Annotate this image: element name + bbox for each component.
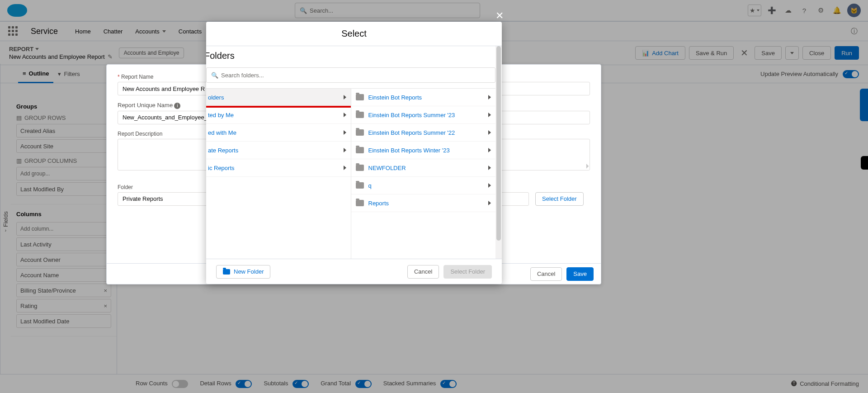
modal-title: Select (206, 22, 502, 46)
folder-item-label: Einstein Bot Reports Winter '23 (368, 147, 450, 154)
save-dialog-cancel-button[interactable]: Cancel (530, 267, 562, 281)
folder-item[interactable]: Reports (351, 194, 496, 212)
chevron-right-icon (344, 130, 346, 135)
folder-item-label: Einstein Bot Reports (368, 94, 422, 101)
folder-item[interactable]: olders (206, 89, 351, 106)
chevron-right-icon (488, 95, 491, 99)
folder-item[interactable]: ic Reports (206, 159, 351, 177)
chevron-right-icon (344, 148, 346, 152)
modal-scrollbar[interactable] (495, 46, 502, 259)
chevron-right-icon (488, 113, 491, 117)
chevron-right-icon (344, 166, 346, 170)
chevron-right-icon (344, 95, 346, 99)
folder-column-left: oldersted by Meed with Meate Reportsic R… (206, 89, 351, 259)
folder-item-label: Einstein Bot Reports Summer '23 (368, 112, 455, 118)
folder-picker-modal: Select Folders 🔍 Search folders... older… (206, 22, 502, 284)
chevron-right-icon (488, 183, 491, 188)
save-dialog-save-button[interactable]: Save (566, 267, 594, 281)
folder-item-label: ic Reports (208, 165, 235, 171)
folder-item[interactable]: Einstein Bot Reports Winter '23 (351, 142, 496, 159)
resize-handle-icon[interactable]: ◢ (583, 162, 589, 168)
folder-item-label: ed with Me (208, 129, 236, 136)
folder-item[interactable]: ted by Me (206, 106, 351, 124)
folder-item[interactable]: ed with Me (206, 124, 351, 142)
folder-icon (356, 165, 364, 171)
chevron-right-icon (488, 130, 491, 135)
folder-item-label: Reports (368, 200, 389, 207)
folder-item-label: NEWFOLDER (368, 165, 406, 171)
folder-item-label: q (368, 182, 372, 189)
folder-item[interactable]: Einstein Bot Reports Summer '22 (351, 124, 496, 142)
modal-select-folder-button[interactable]: Select Folder (443, 265, 492, 279)
folder-item-label: olders (208, 94, 224, 101)
modal-close-icon[interactable]: ✕ (493, 9, 506, 23)
search-icon: 🔍 (211, 72, 218, 79)
folder-column-right: Einstein Bot ReportsEinstein Bot Reports… (351, 89, 496, 259)
folder-search-input[interactable]: 🔍 Search folders... (206, 67, 495, 83)
chevron-right-icon (488, 201, 491, 205)
select-folder-button[interactable]: Select Folder (535, 192, 584, 206)
folder-icon (356, 94, 364, 100)
modal-cancel-button[interactable]: Cancel (407, 265, 439, 279)
folder-icon (356, 129, 364, 136)
folder-icon (223, 269, 230, 275)
folder-icon (356, 112, 364, 118)
folder-item-label: ted by Me (208, 112, 234, 118)
chevron-right-icon (488, 148, 491, 152)
chevron-right-icon (344, 113, 346, 117)
folder-item[interactable]: q (351, 177, 496, 194)
chevron-right-icon (488, 166, 491, 170)
folder-icon (356, 182, 364, 189)
modal-section-title: Folders (206, 46, 495, 67)
new-folder-button[interactable]: New Folder (216, 265, 270, 279)
folder-item-label: Einstein Bot Reports Summer '22 (368, 129, 455, 136)
folder-icon (356, 147, 364, 153)
folder-item[interactable]: Einstein Bot Reports (351, 89, 496, 106)
info-icon[interactable]: i (174, 103, 180, 109)
folder-icon (356, 200, 364, 206)
folder-item[interactable]: ate Reports (206, 142, 351, 159)
folder-item[interactable]: NEWFOLDER (351, 159, 496, 177)
folder-item[interactable]: Einstein Bot Reports Summer '23 (351, 106, 496, 124)
folder-item-label: ate Reports (208, 147, 238, 154)
